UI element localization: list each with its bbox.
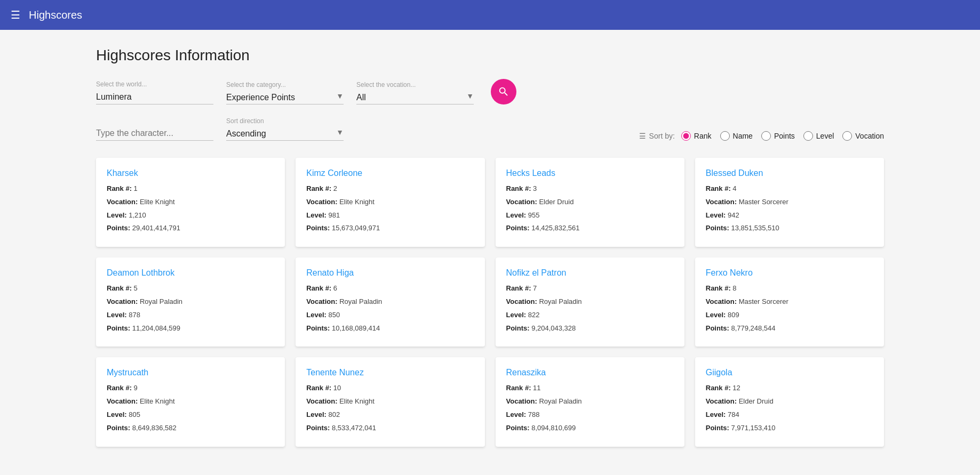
character-input[interactable]: [96, 126, 213, 141]
player-name[interactable]: Tenente Nunez: [306, 368, 474, 377]
category-filter-group: Select the category... Experience Points…: [226, 81, 344, 104]
player-rank: Rank #: 9: [107, 383, 274, 394]
vocation-label: Select the vocation...: [356, 81, 474, 88]
player-vocation: Vocation: Royal Paladin: [506, 396, 674, 407]
player-name[interactable]: Renato Higa: [306, 268, 474, 278]
player-level: Level: 955: [506, 210, 674, 221]
player-points: Points: 9,204,043,328: [506, 323, 674, 334]
player-card: Blessed Duken Rank #: 4 Vocation: Master…: [695, 158, 884, 247]
player-rank: Rank #: 1: [107, 183, 274, 195]
player-points: Points: 29,401,414,791: [107, 223, 274, 234]
player-card: Renaszika Rank #: 11 Vocation: Royal Pal…: [496, 357, 684, 446]
main-content: Highscores Information Select the world.…: [0, 30, 980, 464]
player-level: Level: 878: [107, 310, 274, 321]
player-name[interactable]: Ferxo Nekro: [706, 268, 873, 278]
vocation-select[interactable]: All Knight Paladin Sorcerer Druid Elite …: [356, 91, 474, 104]
player-name[interactable]: Kharsek: [107, 168, 274, 178]
player-card: Tenente Nunez Rank #: 10 Vocation: Elite…: [296, 357, 484, 446]
sort-vocation-radio[interactable]: Vocation: [842, 131, 884, 141]
sort-by-group: ☰ Sort by: Rank Name Points Lev: [639, 131, 884, 141]
player-points: Points: 13,851,535,510: [706, 223, 873, 234]
player-rank: Rank #: 11: [506, 383, 674, 394]
player-name[interactable]: Nofikz el Patron: [506, 268, 674, 278]
player-points: Points: 8,533,472,041: [306, 423, 474, 434]
player-level: Level: 784: [706, 409, 873, 421]
world-filter-group: Select the world...: [96, 80, 213, 104]
player-rank: Rank #: 6: [306, 283, 474, 294]
sort-radio-group: Rank Name Points Level Vocation: [681, 131, 884, 141]
player-card: Kimz Corleone Rank #: 2 Vocation: Elite …: [296, 158, 484, 247]
world-input[interactable]: [96, 90, 213, 104]
player-level: Level: 809: [706, 310, 873, 321]
player-level: Level: 802: [306, 409, 474, 421]
filter-row-2: Sort direction Ascending Descending ▼ ☰ …: [96, 117, 884, 141]
player-vocation: Vocation: Master Sorcerer: [706, 197, 873, 208]
player-card: Giigola Rank #: 12 Vocation: Elder Druid…: [695, 357, 884, 446]
sort-direction-group: Sort direction Ascending Descending ▼: [226, 117, 344, 141]
menu-icon[interactable]: ☰: [11, 9, 20, 21]
player-level: Level: 942: [706, 210, 873, 221]
character-filter-group: [96, 126, 213, 141]
sort-direction-select[interactable]: Ascending Descending: [226, 127, 344, 141]
player-name[interactable]: Renaszika: [506, 368, 674, 377]
player-vocation: Vocation: Royal Paladin: [506, 296, 674, 308]
player-card: Deamon Lothbrok Rank #: 5 Vocation: Roya…: [96, 257, 285, 347]
player-rank: Rank #: 4: [706, 183, 873, 195]
player-level: Level: 822: [506, 310, 674, 321]
player-vocation: Vocation: Royal Paladin: [306, 296, 474, 308]
search-icon: [498, 86, 509, 98]
player-name[interactable]: Deamon Lothbrok: [107, 268, 274, 278]
sort-points-radio[interactable]: Points: [761, 131, 795, 141]
player-points: Points: 7,971,153,410: [706, 423, 873, 434]
player-level: Level: 981: [306, 210, 474, 221]
player-card: Hecks Leads Rank #: 3 Vocation: Elder Dr…: [496, 158, 684, 247]
player-card: Nofikz el Patron Rank #: 7 Vocation: Roy…: [496, 257, 684, 347]
player-level: Level: 1,210: [107, 210, 274, 221]
player-card: Ferxo Nekro Rank #: 8 Vocation: Master S…: [695, 257, 884, 347]
player-vocation: Vocation: Elite Knight: [306, 197, 474, 208]
player-name[interactable]: Blessed Duken: [706, 168, 873, 178]
player-rank: Rank #: 12: [706, 383, 873, 394]
player-vocation: Vocation: Elite Knight: [107, 197, 274, 208]
player-level: Level: 850: [306, 310, 474, 321]
player-vocation: Vocation: Elder Druid: [706, 396, 873, 407]
player-vocation: Vocation: Elite Knight: [107, 396, 274, 407]
category-label: Select the category...: [226, 81, 344, 88]
app-title: Highscores: [29, 9, 82, 21]
player-points: Points: 11,204,084,599: [107, 323, 274, 334]
player-rank: Rank #: 8: [706, 283, 873, 294]
sort-direction-label: Sort direction: [226, 117, 344, 125]
app-header: ☰ Highscores: [0, 0, 980, 30]
player-name[interactable]: Giigola: [706, 368, 873, 377]
player-rank: Rank #: 3: [506, 183, 674, 195]
sort-level-radio[interactable]: Level: [803, 131, 834, 141]
category-select[interactable]: Experience Points Magic Level Fist Fight…: [226, 91, 344, 104]
player-vocation: Vocation: Master Sorcerer: [706, 296, 873, 308]
player-card: Mystrucath Rank #: 9 Vocation: Elite Kni…: [96, 357, 285, 446]
page-title: Highscores Information: [96, 47, 884, 64]
player-points: Points: 15,673,049,971: [306, 223, 474, 234]
player-name[interactable]: Kimz Corleone: [306, 168, 474, 178]
search-button[interactable]: [491, 79, 516, 104]
player-vocation: Vocation: Royal Paladin: [107, 296, 274, 308]
vocation-filter-group: Select the vocation... All Knight Paladi…: [356, 81, 474, 104]
player-name[interactable]: Mystrucath: [107, 368, 274, 377]
player-points: Points: 10,168,089,414: [306, 323, 474, 334]
player-level: Level: 805: [107, 409, 274, 421]
player-name[interactable]: Hecks Leads: [506, 168, 674, 178]
sort-by-label: ☰ Sort by:: [639, 132, 675, 140]
player-points: Points: 8,649,836,582: [107, 423, 274, 434]
player-vocation: Vocation: Elder Druid: [506, 197, 674, 208]
player-rank: Rank #: 10: [306, 383, 474, 394]
sort-rank-radio[interactable]: Rank: [681, 131, 712, 141]
sort-lines-icon: ☰: [639, 132, 646, 140]
player-level: Level: 788: [506, 409, 674, 421]
player-rank: Rank #: 2: [306, 183, 474, 195]
player-card: Kharsek Rank #: 1 Vocation: Elite Knight…: [96, 158, 285, 247]
player-vocation: Vocation: Elite Knight: [306, 396, 474, 407]
player-card: Renato Higa Rank #: 6 Vocation: Royal Pa…: [296, 257, 484, 347]
player-rank: Rank #: 5: [107, 283, 274, 294]
world-label: Select the world...: [96, 80, 213, 88]
cards-grid: Kharsek Rank #: 1 Vocation: Elite Knight…: [96, 158, 884, 447]
sort-name-radio[interactable]: Name: [720, 131, 753, 141]
